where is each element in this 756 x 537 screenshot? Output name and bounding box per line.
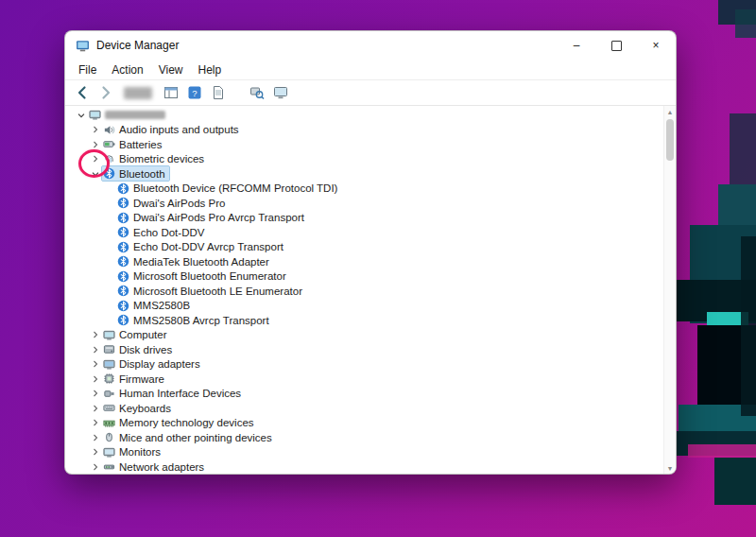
desktop: Device Manager –× FileActionViewHelp ? A… — [0, 0, 756, 537]
menu-action[interactable]: Action — [104, 61, 150, 78]
scroll-down-icon[interactable]: ▼ — [664, 462, 676, 474]
tree-item-label: Computer — [119, 329, 167, 340]
menu-view[interactable]: View — [151, 61, 191, 78]
tree-item-dwai-s-airpods-pro[interactable]: Dwai's AirPods Pro — [65, 196, 664, 211]
bluetooth-icon — [117, 285, 129, 297]
bluetooth-icon — [117, 197, 129, 209]
tree-item-audio-inputs-and-outputs[interactable]: Audio inputs and outputs — [65, 123, 664, 138]
tree-item-content[interactable]: Biometric devices — [102, 152, 208, 166]
tree-item-content[interactable]: Firmware — [102, 372, 168, 386]
tree-item-content[interactable]: Computer — [102, 328, 171, 342]
tree-item-bluetooth[interactable]: Bluetooth — [65, 166, 664, 182]
back-icon[interactable] — [73, 84, 91, 102]
chevron-right-icon[interactable] — [89, 346, 102, 354]
chevron-right-icon[interactable] — [89, 141, 102, 148]
tree-item-content[interactable]: Dwai's AirPods Pro — [116, 196, 229, 210]
tree-item-content[interactable]: Echo Dot-DDV — [116, 225, 208, 239]
tree-item-keyboards[interactable]: Keyboards — [65, 401, 664, 416]
disk-icon — [103, 343, 115, 355]
tree-item-label: Biometric devices — [119, 153, 204, 165]
chevron-right-icon[interactable] — [89, 390, 102, 397]
tree-item-content[interactable]: Echo Dot-DDV Avrcp Transport — [116, 240, 287, 254]
tree-item-network-adapters[interactable]: Network adapters — [65, 459, 664, 474]
forward-icon[interactable] — [96, 84, 114, 102]
tree-item-content[interactable] — [88, 108, 169, 122]
menu-help[interactable]: Help — [191, 61, 230, 78]
bluetooth-icon — [103, 167, 115, 180]
bluetooth-icon — [117, 270, 129, 283]
tree-item-microsoft-bluetooth-enumerator[interactable]: Microsoft Bluetooth Enumerator — [65, 269, 664, 285]
tree-item-content[interactable]: Monitors — [102, 445, 164, 459]
firmware-icon — [103, 372, 115, 385]
tree-item-content[interactable]: Memory technology devices — [102, 416, 258, 430]
tree-item-label: MMS2580B — [133, 300, 190, 311]
tree-item-content[interactable]: Microsoft Bluetooth Enumerator — [116, 269, 290, 284]
tree-item-microsoft-bluetooth-le-enumerator[interactable]: Microsoft Bluetooth LE Enumerator — [65, 284, 664, 299]
tree-item-content[interactable]: MMS2580B Avrcp Transport — [116, 313, 273, 327]
chevron-right-icon[interactable] — [89, 126, 102, 133]
help-icon[interactable]: ? — [185, 84, 203, 102]
tree-item-computer[interactable]: Computer — [65, 328, 664, 343]
computer-icon — [103, 329, 115, 341]
tree-item-content[interactable]: Display adapters — [102, 357, 204, 372]
scrollbar-thumb[interactable] — [666, 119, 674, 161]
chevron-right-icon[interactable] — [89, 155, 102, 163]
maximize-button[interactable] — [596, 31, 636, 60]
tree-item-label: Disk drives — [119, 344, 172, 355]
tree-item-content[interactable]: Mice and other pointing devices — [102, 430, 276, 444]
tree-item-content[interactable]: MediaTek Bluetooth Adapter — [116, 254, 273, 268]
tree-item-monitors[interactable]: Monitors — [65, 445, 664, 460]
tree-item-content[interactable]: Human Interface Devices — [102, 387, 245, 401]
tree-item-mediatek-bluetooth-adapter[interactable]: MediaTek Bluetooth Adapter — [65, 254, 664, 269]
chevron-right-icon[interactable] — [89, 419, 102, 426]
tree-item-human-interface-devices[interactable]: Human Interface Devices — [65, 387, 664, 402]
tree-item-echo-dot-ddv[interactable]: Echo Dot-DDV — [65, 225, 664, 240]
tree-item-content[interactable]: Network adapters — [102, 459, 208, 474]
chevron-right-icon[interactable] — [89, 405, 102, 412]
tree-item-content[interactable]: MMS2580B — [116, 299, 194, 313]
tree-item-firmware[interactable]: Firmware — [65, 372, 664, 387]
tree-item-content[interactable]: Audio inputs and outputs — [102, 123, 243, 137]
tree-item-mice-and-other-pointing-devices[interactable]: Mice and other pointing devices — [65, 430, 664, 445]
console-panel-icon[interactable] — [162, 84, 180, 102]
title-bar[interactable]: Device Manager –× — [65, 31, 676, 60]
document-icon[interactable] — [209, 84, 227, 102]
chevron-right-icon[interactable] — [89, 463, 102, 471]
chevron-right-icon[interactable] — [89, 375, 102, 383]
tree-item-mms2580b-avrcp-transport[interactable]: MMS2580B Avrcp Transport — [65, 313, 664, 328]
tree-item-dwai-s-airpods-pro-avrcp-transport[interactable]: Dwai's AirPods Pro Avrcp Transport — [65, 211, 664, 226]
chevron-down-icon[interactable] — [89, 170, 102, 178]
minimize-button[interactable]: – — [557, 31, 596, 60]
tree-item-biometric-devices[interactable]: Biometric devices — [65, 152, 664, 167]
menu-file[interactable]: File — [71, 61, 104, 78]
chevron-right-icon[interactable] — [89, 331, 102, 338]
tree-item-label: Microsoft Bluetooth Enumerator — [133, 270, 286, 282]
close-button[interactable]: × — [636, 31, 676, 60]
tree-item-content[interactable]: Microsoft Bluetooth LE Enumerator — [116, 284, 306, 298]
scroll-up-icon[interactable]: ▲ — [664, 106, 676, 117]
tree-item-content[interactable]: Batteries — [102, 137, 165, 151]
tree-item-content[interactable]: Dwai's AirPods Pro Avrcp Transport — [116, 211, 308, 225]
tree-item-memory-technology-devices[interactable]: Memory technology devices — [65, 416, 664, 431]
tree-item-content[interactable]: Bluetooth Device (RFCOMM Protocol TDI) — [116, 182, 341, 196]
tree-item-disk-drives[interactable]: Disk drives — [65, 342, 664, 357]
tree-item-content[interactable]: Bluetooth — [102, 166, 169, 181]
chevron-right-icon[interactable] — [89, 360, 102, 368]
scan-hardware-icon[interactable] — [248, 84, 266, 102]
tree-item-content[interactable]: Disk drives — [102, 342, 176, 356]
chevron-right-icon[interactable] — [89, 448, 102, 456]
tree-item-display-adapters[interactable]: Display adapters — [65, 357, 664, 372]
tree-item-computer-root[interactable] — [65, 108, 664, 123]
tree-item-mms2580b[interactable]: MMS2580B — [65, 299, 664, 314]
device-manager-icon — [76, 39, 90, 53]
tree-item-bluetooth-device-rfcomm-protocol-tdi[interactable]: Bluetooth Device (RFCOMM Protocol TDI) — [65, 182, 664, 197]
tree-item-batteries[interactable]: Batteries — [65, 137, 664, 152]
chevron-right-icon[interactable] — [89, 434, 102, 442]
tree-item-label: Human Interface Devices — [119, 388, 241, 399]
monitor-icon — [103, 446, 115, 459]
tree-item-content[interactable]: Keyboards — [102, 401, 175, 415]
chevron-down-icon[interactable] — [75, 112, 88, 119]
monitor-toolbar-icon[interactable] — [271, 84, 289, 102]
vertical-scrollbar[interactable]: ▲ ▼ — [663, 106, 676, 474]
tree-item-echo-dot-ddv-avrcp-transport[interactable]: Echo Dot-DDV Avrcp Transport — [65, 240, 664, 255]
